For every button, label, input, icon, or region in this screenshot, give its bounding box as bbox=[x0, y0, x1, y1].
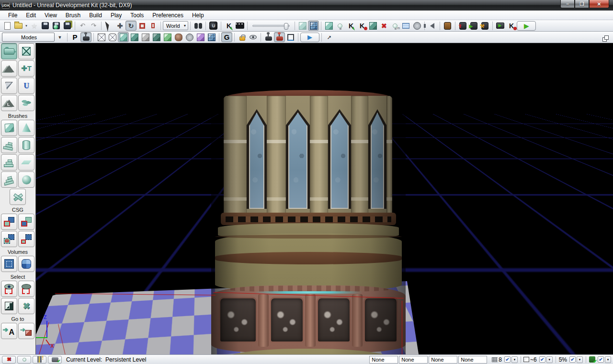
device-settings-button[interactable]: ⚒ bbox=[479, 21, 490, 31]
reflections-view-button[interactable] bbox=[195, 32, 206, 42]
add-volume-button[interactable] bbox=[1, 256, 17, 272]
redo-button[interactable]: ↷ bbox=[88, 21, 99, 31]
menu-edit[interactable]: Edit bbox=[22, 11, 40, 20]
save-all-levels-button[interactable] bbox=[62, 21, 73, 31]
csg-deintersect-button[interactable] bbox=[18, 231, 34, 247]
emitter-button[interactable] bbox=[411, 21, 422, 31]
translate-tool-button[interactable]: ✚ bbox=[114, 21, 125, 31]
lock-viewport-button[interactable] bbox=[237, 32, 248, 42]
play-on-device-button[interactable]: ▶ bbox=[495, 21, 506, 31]
rotation-grid-dropdown[interactable]: ▾ bbox=[546, 356, 553, 363]
restore-button[interactable]: ❐ bbox=[575, 0, 589, 8]
actor-field-3[interactable]: None bbox=[429, 356, 457, 364]
terrain-tool-button[interactable] bbox=[400, 21, 411, 31]
brush-volumetric-button[interactable] bbox=[10, 189, 26, 205]
new-file-button[interactable] bbox=[2, 21, 13, 31]
drag-grid-checkbox[interactable]: ✔ bbox=[504, 356, 511, 363]
coordinate-system-dropdown[interactable]: World ▼ bbox=[163, 21, 188, 30]
add-volume-poly-button[interactable] bbox=[18, 256, 34, 272]
static-mesh-button[interactable] bbox=[323, 21, 334, 31]
foliage-mode-button[interactable] bbox=[18, 95, 34, 111]
safe-frames-button[interactable] bbox=[285, 32, 296, 42]
menu-brush[interactable]: Brush bbox=[61, 11, 85, 20]
game-view-button[interactable]: G bbox=[221, 32, 232, 42]
deploy-device-button[interactable]: ⬆ bbox=[457, 21, 468, 31]
menu-preferences[interactable]: Preferences bbox=[148, 11, 188, 20]
p-toggle-button[interactable]: P bbox=[69, 32, 80, 42]
capture-button[interactable] bbox=[48, 356, 62, 364]
run-device-button[interactable]: ▶ bbox=[468, 21, 479, 31]
hide-selected-button[interactable] bbox=[18, 281, 34, 297]
lightmap-density-view-button[interactable] bbox=[184, 32, 195, 42]
brush-sheet-button[interactable] bbox=[18, 154, 34, 171]
go-to-builder-brush-button[interactable]: ➔ bbox=[18, 323, 34, 339]
geometry-edit-mode-button[interactable] bbox=[1, 78, 17, 94]
drag-grid-dropdown[interactable]: ▾ bbox=[511, 356, 518, 363]
brush-stairs-button[interactable] bbox=[1, 154, 17, 171]
kismet-button[interactable]: K bbox=[223, 21, 234, 31]
static-mesh-mode-button[interactable]: U bbox=[18, 78, 34, 94]
modes-dropdown-arrow[interactable]: ▼ bbox=[57, 35, 62, 40]
go-to-actor-button[interactable]: ➔A bbox=[1, 323, 17, 339]
landscape-mode-button[interactable] bbox=[1, 95, 17, 111]
collision-view-button[interactable] bbox=[206, 32, 217, 42]
title-bar[interactable]: UDK Untitled - Unreal Development Kit (3… bbox=[0, 0, 613, 11]
light-m-button[interactable] bbox=[389, 21, 400, 31]
brush-cone-button[interactable] bbox=[18, 120, 34, 136]
menu-tools[interactable]: Tools bbox=[126, 11, 148, 20]
menu-view[interactable]: View bbox=[40, 11, 61, 20]
autosave-checkbox[interactable]: ✔ bbox=[598, 356, 604, 363]
show-selected-button[interactable] bbox=[1, 281, 17, 297]
actor-field-4[interactable]: None bbox=[458, 356, 487, 364]
menu-play[interactable]: Play bbox=[106, 11, 126, 20]
wireframe-view-button[interactable] bbox=[96, 32, 107, 42]
socket-a-button[interactable]: K bbox=[345, 21, 356, 31]
shader-complexity-view-button[interactable] bbox=[173, 32, 184, 42]
actor-field-1[interactable]: None bbox=[369, 356, 398, 364]
camera-visibility-button[interactable] bbox=[248, 32, 259, 42]
undo-button[interactable]: ↶ bbox=[77, 21, 88, 31]
texture-density-view-button[interactable] bbox=[162, 32, 173, 42]
matinee-button[interactable] bbox=[234, 21, 245, 31]
stop-autosave-button[interactable]: ✖ bbox=[2, 356, 16, 364]
rotation-grid-checkbox[interactable]: ✔ bbox=[539, 356, 545, 363]
scale-grid-dropdown[interactable]: ▾ bbox=[577, 356, 583, 363]
brush-polys-button[interactable] bbox=[297, 21, 308, 31]
terrain-mode-button[interactable] bbox=[1, 60, 17, 77]
lighting-only-view-button[interactable] bbox=[151, 32, 162, 42]
brush-cube-button[interactable] bbox=[1, 120, 17, 136]
csg-intersect-button[interactable] bbox=[1, 231, 17, 247]
add-light-button[interactable] bbox=[334, 21, 345, 31]
search-button[interactable] bbox=[193, 21, 204, 31]
realtime-audio-button[interactable] bbox=[274, 32, 285, 42]
camera-mode-button[interactable] bbox=[1, 43, 17, 59]
select-tool-button[interactable] bbox=[103, 21, 114, 31]
decal-button[interactable] bbox=[367, 21, 378, 31]
actor-field-2[interactable]: None bbox=[399, 356, 428, 364]
open-recent-dropdown[interactable]: ▾ bbox=[24, 24, 29, 28]
perspective-viewport[interactable]: Z Y X bbox=[36, 43, 613, 354]
builder-brush-button[interactable] bbox=[308, 21, 319, 31]
lit-view-button[interactable] bbox=[129, 32, 140, 42]
maximize-viewport-button[interactable]: ➚ bbox=[324, 32, 335, 42]
brush-spiral-stairs-button[interactable] bbox=[1, 171, 17, 188]
menu-help[interactable]: Help bbox=[188, 11, 208, 20]
texture-align-mode-button[interactable]: ✚T bbox=[18, 60, 34, 77]
paths-button[interactable] bbox=[33, 356, 46, 364]
camera-speed-slider[interactable] bbox=[252, 25, 290, 27]
slider-thumb[interactable] bbox=[284, 23, 288, 30]
tower-static-mesh[interactable] bbox=[214, 90, 406, 354]
geometry-mode-button[interactable] bbox=[18, 43, 34, 59]
toggle-lights-button[interactable] bbox=[17, 356, 31, 364]
open-file-button[interactable] bbox=[13, 21, 24, 31]
minimize-button[interactable]: – bbox=[560, 0, 575, 8]
scale-tool-button[interactable] bbox=[136, 21, 148, 31]
brush-cylinder-button[interactable] bbox=[18, 137, 34, 153]
brush-sphere-button[interactable] bbox=[18, 171, 34, 188]
sound-button[interactable] bbox=[427, 21, 438, 31]
close-button[interactable]: ✕ bbox=[589, 0, 609, 8]
save-button[interactable] bbox=[40, 21, 51, 31]
remove-actor-button[interactable]: ✖ bbox=[378, 21, 389, 31]
deselect-all-button[interactable]: ✖ bbox=[18, 298, 34, 314]
socket-b-button[interactable]: K bbox=[356, 21, 367, 31]
